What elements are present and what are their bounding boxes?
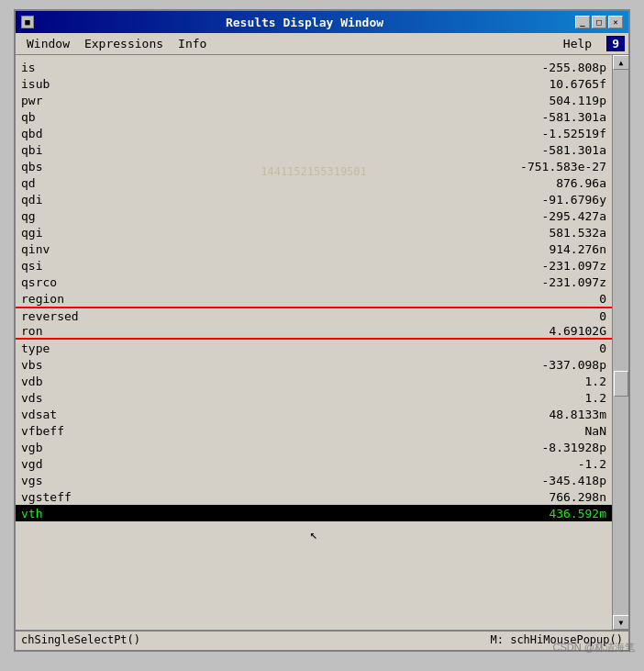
- scroll-thumb[interactable]: [614, 371, 628, 397]
- badge-number: 9: [606, 36, 625, 51]
- table-row[interactable]: qsrco -231.097z: [16, 274, 612, 290]
- row-label: qsi: [21, 259, 140, 273]
- row-value: 914.276n: [140, 242, 606, 256]
- help-menu[interactable]: Help: [556, 35, 599, 52]
- table-row[interactable]: pwr 504.119p: [16, 92, 612, 108]
- row-label: vgs: [21, 474, 140, 487]
- scroll-track[interactable]: [613, 70, 628, 615]
- scroll-up-button[interactable]: ▲: [613, 55, 628, 70]
- table-row[interactable]: qgi 581.532a: [16, 224, 612, 240]
- table-row[interactable]: qg -295.427a: [16, 207, 612, 224]
- window-title: Results Display Window: [34, 16, 575, 29]
- table-row[interactable]: is -255.808p: [16, 59, 612, 75]
- row-label: vds: [21, 391, 140, 405]
- title-bar-left: ■: [21, 16, 34, 28]
- window-menu[interactable]: Window: [19, 35, 77, 52]
- row-label: reversed: [21, 309, 140, 323]
- table-row-ron[interactable]: ron 4.69102G: [16, 323, 612, 340]
- row-value: NaN: [140, 424, 606, 438]
- table-row[interactable]: vgsteff 766.298n: [16, 488, 612, 505]
- title-bar: ■ Results Display Window _ □ ✕: [16, 11, 628, 33]
- row-label: qbs: [21, 160, 140, 173]
- table-row[interactable]: vgb -8.31928p: [16, 439, 612, 455]
- row-value: 436.592m: [140, 507, 606, 520]
- row-label: ron: [21, 324, 140, 338]
- data-panel[interactable]: 1441152155319501 is -255.808p isub 10.67…: [16, 55, 612, 630]
- row-label: vdsat: [21, 408, 140, 421]
- table-row[interactable]: vbs -337.098p: [16, 356, 612, 373]
- table-row[interactable]: region 0: [16, 290, 612, 307]
- menu-bar: Window Expressions Info Help 9: [16, 33, 628, 55]
- row-label: is: [21, 61, 140, 74]
- table-row[interactable]: qd 876.96a: [16, 174, 612, 191]
- close-button[interactable]: ✕: [608, 16, 623, 28]
- table-row[interactable]: qsi -231.097z: [16, 257, 612, 274]
- scroll-down-button[interactable]: ▼: [613, 615, 628, 630]
- table-row-vth[interactable]: vth 436.592m: [16, 505, 612, 521]
- table-row[interactable]: isub 10.6765f: [16, 75, 612, 92]
- minimize-button[interactable]: _: [575, 16, 590, 28]
- row-value: -581.301a: [140, 143, 606, 157]
- table-row[interactable]: qbs -751.583e-27: [16, 158, 612, 174]
- status-bar: chSingleSelectPt() M: schHiMousePopup(): [16, 630, 628, 650]
- row-value: -8.31928p: [140, 441, 606, 454]
- table-row[interactable]: qbi -581.301a: [16, 141, 612, 158]
- row-label: qbi: [21, 143, 140, 157]
- help-area: Help 9: [556, 35, 625, 52]
- row-value: -581.301a: [140, 110, 606, 124]
- table-row[interactable]: vgs -345.418p: [16, 472, 612, 488]
- row-value: -231.097z: [140, 275, 606, 289]
- scrollbar[interactable]: ▲ ▼ 1: [612, 55, 628, 630]
- row-label: qg: [21, 209, 140, 223]
- row-value: 0: [140, 292, 606, 306]
- row-label: type: [21, 341, 140, 355]
- row-label: qb: [21, 110, 140, 124]
- status-left: chSingleSelectPt(): [21, 633, 140, 648]
- table-row[interactable]: qbd -1.52519f: [16, 125, 612, 141]
- row-label: qd: [21, 176, 140, 190]
- row-value: 0: [140, 309, 606, 323]
- content-area: 1441152155319501 is -255.808p isub 10.67…: [16, 55, 628, 630]
- row-value: 766.298n: [140, 490, 606, 504]
- table-row[interactable]: qdi -91.6796y: [16, 191, 612, 207]
- row-value: 10.6765f: [140, 77, 606, 91]
- row-value: -255.808p: [140, 61, 606, 74]
- row-label: qgi: [21, 226, 140, 240]
- table-row[interactable]: vgd -1.2: [16, 455, 612, 472]
- row-label: vgb: [21, 441, 140, 454]
- row-label: vdb: [21, 375, 140, 388]
- row-value: -1.2: [140, 457, 606, 471]
- row-value: 1.2: [140, 391, 606, 405]
- row-label: vbs: [21, 358, 140, 372]
- row-label: pwr: [21, 94, 140, 107]
- row-label: qbd: [21, 127, 140, 140]
- row-value: -337.098p: [140, 358, 606, 372]
- expressions-menu[interactable]: Expressions: [77, 35, 171, 52]
- table-row[interactable]: vds 1.2: [16, 389, 612, 406]
- table-row[interactable]: vfbeff NaN: [16, 422, 612, 439]
- table-row[interactable]: qinv 914.276n: [16, 240, 612, 257]
- table-row[interactable]: type 0: [16, 340, 612, 356]
- maximize-button[interactable]: □: [592, 16, 606, 28]
- row-value: -231.097z: [140, 259, 606, 273]
- table-row-reversed[interactable]: reversed 0: [16, 307, 612, 323]
- row-label: isub: [21, 77, 140, 91]
- row-value: 1.2: [140, 375, 606, 388]
- table-row[interactable]: vdb 1.2: [16, 373, 612, 389]
- info-menu[interactable]: Info: [171, 35, 214, 52]
- row-value: -345.418p: [140, 474, 606, 487]
- row-label: vgsteff: [21, 490, 140, 504]
- row-value: 581.532a: [140, 226, 606, 240]
- row-label: vfbeff: [21, 424, 140, 438]
- row-value: 48.8133m: [140, 408, 606, 421]
- row-value: 504.119p: [140, 94, 606, 107]
- row-label: region: [21, 292, 140, 306]
- row-label: vth: [21, 507, 140, 520]
- title-controls: _ □ ✕: [575, 16, 623, 28]
- page-watermark: CSDN @林清海笔: [553, 641, 635, 654]
- row-value: -295.427a: [140, 209, 606, 223]
- table-row[interactable]: vdsat 48.8133m: [16, 406, 612, 422]
- mouse-cursor-icon: ↖: [310, 527, 317, 542]
- window-icon: ■: [21, 16, 34, 28]
- table-row[interactable]: qb -581.301a: [16, 108, 612, 125]
